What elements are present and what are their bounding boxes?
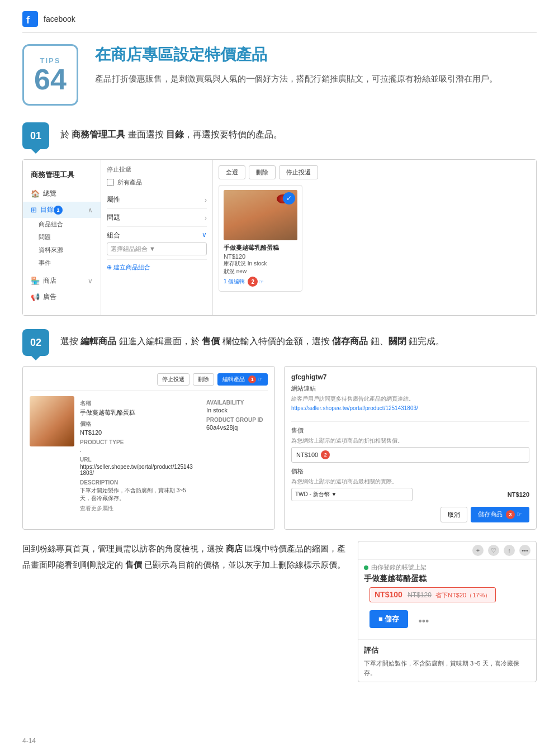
store-name: gfcghigtw7 [291,373,529,381]
sidebar-item-ads[interactable]: 📢 廣告 [23,289,101,305]
preview-comment-title: 評估 [358,642,536,659]
combo-toggle[interactable]: ∨ [202,231,207,240]
ads-icon: 📢 [31,293,40,301]
filter-issues[interactable]: 問題 › [107,209,207,227]
name-label: 名稱 [80,400,195,407]
new-price: NT$100 [375,590,402,599]
plus-icon: ⊕ [107,264,112,271]
sidebar-sub-products[interactable]: 商品組合 [23,218,101,231]
product-action-bar: 全選 刪除 停止投遞 [219,165,530,179]
save-product-btn[interactable]: 儲存商品 3 ☞ [471,507,529,522]
stop-publish-btn[interactable]: 停止投遞 [279,165,318,179]
product-panel: 全選 刪除 停止投遞 ✓ 手做蔓越莓乳酪蛋糕 NT$120 庫存狀況 In st… [213,160,536,315]
selected-checkmark: ✓ [283,192,295,205]
more-attrs[interactable]: 查看更多屬性 [80,505,195,512]
sidebar-title: 商務管理工具 [23,167,101,186]
step1-screenshot: 商務管理工具 🏠 總覽 ⊞ 目錄 1 ∧ 商品組合 問題 資料來源 事件 🏪 商… [22,159,537,316]
main-title: 在商店專區設定特價產品 [95,44,537,65]
desc-label: DESCRIPTION [80,479,195,486]
header-brand: facebook [44,15,75,23]
price-highlight: NT$100 NT$120 省下NT$20（17%） [369,587,496,602]
edit-product-panel: 停止投遞 刪除 編輯產品 1 ☞ 名稱 手做蔓越莓乳酪蛋糕 價格 NT$120 … [22,366,275,530]
icon2: ♡ [488,545,499,556]
price-section: 價格 為您網站上顯示的這項商品最相關的實際。 TWD - 新台幣 ▼ NT$12… [291,467,529,501]
sale-title: 售價 [291,426,529,435]
select-all-btn[interactable]: 全選 [219,165,245,179]
currency-row: TWD - 新台幣 ▼ NT$120 [291,488,529,501]
combo-select[interactable]: 選擇組品組合 ▼ [107,243,207,255]
sidebar-item-overview[interactable]: 🏠 總覽 [23,186,101,202]
product-detail-price: NT$120 [80,429,195,436]
product-card: ✓ 手做蔓越莓乳酪蛋糕 NT$120 庫存狀況 In stock 狀況 new … [219,185,302,292]
all-products-row: 所有產品 [107,178,207,187]
delete-btn[interactable]: 刪除 [249,165,276,179]
edit-product-link[interactable]: 1 個編輯 2 ☞ [224,277,297,287]
page-header: f facebook [22,11,537,33]
product-url: https://seller.shopee.tw/portal/product/… [80,464,195,476]
home-icon: 🏠 [31,189,40,198]
all-products-checkbox[interactable] [107,179,114,186]
edit-product-btn[interactable]: 編輯產品 1 ☞ [217,373,268,386]
chevron-down-icon: ∨ [88,277,93,285]
cursor2-icon: ☞ [258,376,263,382]
add-combo-btn[interactable]: ⊕ 建立商品組合 [107,263,207,272]
product-preview: + ♡ ↑ ••• 由你登錄的帳號上架 手做蔓越莓酪蛋糕 NT$100 NT$1… [358,541,537,682]
bottom-section: 回到粉絲專頁首頁，管理員需以訪客的角度檢視，選按 商店 區塊中特價產品的縮圖，產… [22,541,537,682]
sale-price-panel: gfcghigtw7 網站連結 給客戶用戶訪問更多待售廣告此產品的網頁連結。 h… [284,366,537,530]
sidebar-item-shop[interactable]: 🏪 商店 ∨ [23,273,101,289]
filter-panel: 停止投遞 所有產品 屬性 › 問題 › 組合 ∨ 選擇組品組合 ▼ ⊕ [101,160,213,315]
availability-label: AVAILABILITY [206,400,268,406]
icon4: ••• [519,545,530,556]
sidebar-item-catalog[interactable]: ⊞ 目錄 1 ∧ [23,202,101,218]
tips-description: 產品打折優惠販售，是刺激買氣與人氣的一個好方法，搭配行銷推廣貼文，可拉攏原有粉絲… [95,71,537,86]
product-stock: 庫存狀況 In stock [224,260,297,268]
product-type-label: PRODUCT TYPE [80,439,195,445]
sidebar-sub-events[interactable]: 事件 [23,256,101,269]
product-group-label: PRODUCT GROUP ID [206,417,268,423]
step2-row: 02 選按 編輯商品 鈕進入編輯畫面，於 售價 欄位輸入特價的金額，選按 儲存商… [22,329,537,356]
cancel-btn[interactable]: 取消 [440,507,467,522]
posted-by: 由你登錄的帳號上架 [358,560,536,573]
product-price: NT$120 [224,253,297,260]
chevron-up-icon: ∧ [88,206,93,214]
sale-badge: 2 [321,450,330,459]
sale-price-input[interactable]: NT$100 2 [291,447,529,463]
arrow-icon: › [205,196,207,204]
more-options-icon[interactable]: ••• [418,616,429,627]
filter-attributes[interactable]: 屬性 › [107,191,207,209]
save-badge: 3 [506,510,515,519]
save-btn[interactable]: ■ 儲存 [369,610,408,628]
sidebar-sub-issues[interactable]: 問題 [23,231,101,244]
facebook-icon: f [22,11,38,27]
svg-text:f: f [26,15,30,26]
step2-badge: 02 [22,329,49,356]
currency-select[interactable]: TWD - 新台幣 ▼ [291,488,413,501]
step1-text: 於 商務管理工具 畫面選按 目錄，再選按要特價的產品。 [60,122,282,143]
cursor-icon: ☞ [259,279,264,285]
product-detail-img [30,396,74,446]
link-url[interactable]: https://seller.shopee.tw/portal/product/… [291,405,529,411]
stop-publish-btn[interactable]: 停止投遞 [157,373,190,386]
tips-number: 64 [34,65,67,94]
preview-comment-text: 下單才開始製作，不含防腐劑，賞味期 3~5 天，喜冷藏保存。 [358,659,536,682]
sidebar-sub-datasource[interactable]: 資料來源 [23,244,101,256]
delete-btn2[interactable]: 刪除 [193,373,214,386]
page-number: 4-14 [22,737,36,745]
product-detail-name: 手做蔓越莓乳酪蛋糕 [80,408,195,417]
product-desc: 下單才開始製作，不含防腐劑，賞味期 3~5 天，喜冷藏保存。 [80,487,195,502]
filter-combo: 組合 ∨ 選擇組品組合 ▼ [107,227,207,260]
price-desc: 為您網站上顯示的這項商品最相關的實際。 [291,478,529,486]
action-buttons: 取消 儲存商品 3 ☞ [291,507,529,522]
tips-section: TIPS 64 在商店專區設定特價產品 產品打折優惠販售，是刺激買氣與人氣的一個… [22,44,537,106]
product-type-value: . [80,446,195,453]
cursor3-icon: ☞ [517,511,522,517]
product-status: 狀況 new [224,268,297,275]
price-value: NT$120 [416,491,529,498]
edit-btn-badge: 1 [248,375,256,383]
price-title: 價格 [291,467,529,476]
preview-divider [358,639,536,640]
sale-section: 售價 為您網站上顯示的這項商品的折扣相關售價。 NT$100 2 [291,426,529,463]
product-detail-row: 名稱 手做蔓越莓乳酪蛋糕 價格 NT$120 PRODUCT TYPE . UR… [30,396,268,512]
price-label: 價格 [80,420,195,428]
link-section: 網站連結 給客戶用戶訪問更多待售廣告此產品的網頁連結。 https://sell… [291,384,529,422]
